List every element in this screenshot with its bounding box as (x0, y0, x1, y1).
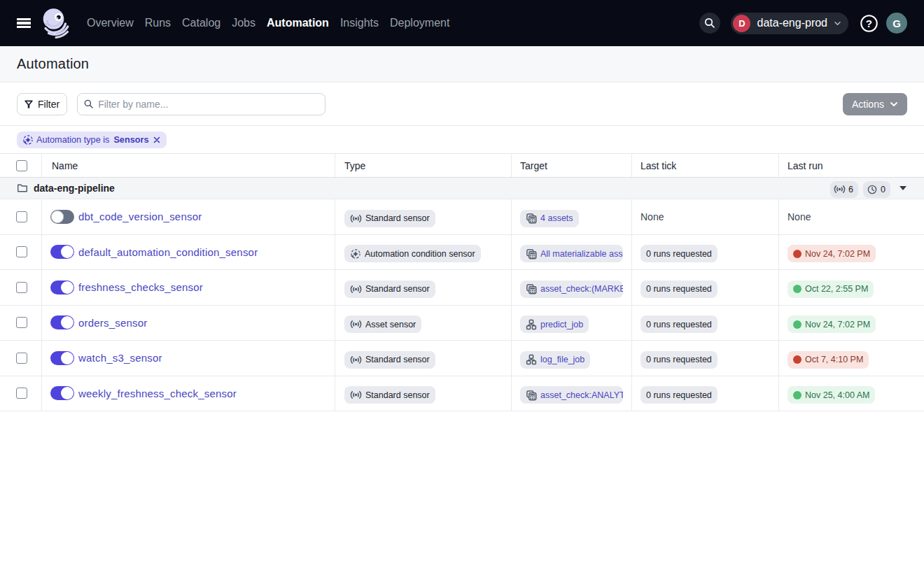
svg-text:?: ? (865, 17, 872, 29)
